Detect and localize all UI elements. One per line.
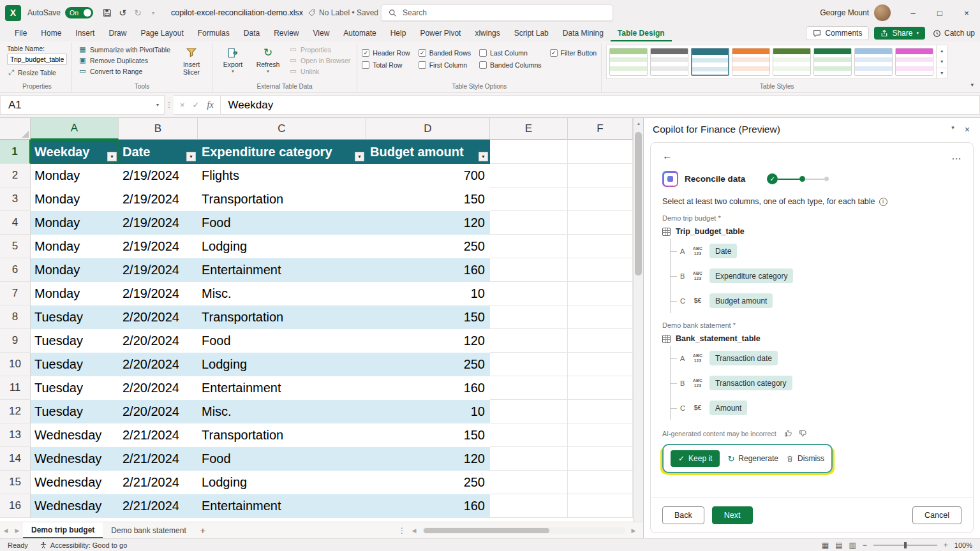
column-chip[interactable]: Amount [709, 400, 747, 415]
excel-logo-icon[interactable]: X [5, 5, 21, 21]
cell[interactable]: 160 [366, 258, 490, 282]
ribbon-tab-view[interactable]: View [306, 27, 337, 41]
formula-input[interactable]: Weekday [221, 95, 980, 115]
zoom-in-icon[interactable]: + [944, 541, 948, 550]
cell-empty[interactable] [568, 211, 633, 235]
export-button[interactable]: Export ▾ [217, 45, 249, 76]
info-icon[interactable]: i [879, 198, 887, 206]
filter-button[interactable]: ▼ [186, 152, 196, 161]
cell-empty[interactable] [568, 423, 633, 447]
dismiss-button[interactable]: Dismiss [786, 454, 824, 463]
cell[interactable]: 2/21/2024 [119, 447, 198, 471]
table-name-row[interactable]: Bank_statement_table [662, 334, 961, 343]
cell-empty[interactable] [568, 140, 633, 164]
cell-empty[interactable] [568, 471, 633, 494]
cell-empty[interactable] [568, 353, 633, 376]
hscroll-right-icon[interactable]: ▶ [628, 527, 639, 534]
ribbon-tab-draw[interactable]: Draw [101, 27, 133, 41]
table-header-cell[interactable]: Budget amount▼ [366, 140, 490, 164]
ribbon-tab-help[interactable]: Help [383, 27, 413, 41]
row-header-3[interactable]: 3 [0, 187, 31, 211]
table-style-swatch-2[interactable] [650, 48, 688, 76]
row-header-15[interactable]: 15 [0, 471, 31, 494]
checkbox-first-column[interactable]: First Column [419, 59, 471, 71]
table-name-input[interactable] [7, 54, 67, 65]
row-header-5[interactable]: 5 [0, 235, 31, 258]
horizontal-scrollbar[interactable]: ◀ ▶ [408, 522, 643, 538]
page-layout-view-icon[interactable]: ▤ [835, 541, 842, 550]
row-header-6[interactable]: 6 [0, 258, 31, 282]
cell[interactable]: 160 [366, 376, 490, 400]
sheet-tab-demo-trip-budget[interactable]: Demo trip budget [23, 522, 103, 538]
cell-empty[interactable] [490, 329, 568, 353]
cell-empty[interactable] [568, 282, 633, 305]
enter-icon[interactable]: ✓ [193, 100, 200, 110]
table-style-swatch-7[interactable] [854, 48, 893, 76]
save-icon[interactable] [100, 4, 115, 21]
row-header-7[interactable]: 7 [0, 282, 31, 305]
cell[interactable]: Tuesday [31, 376, 119, 400]
cell-empty[interactable] [490, 258, 568, 282]
convert-to-range-button[interactable]: ▭Convert to Range [77, 66, 172, 76]
remove-duplicates-button[interactable]: ▣Remove Duplicates [77, 55, 172, 65]
sheet-nav-right-icon[interactable]: ▶ [11, 522, 23, 538]
cell-empty[interactable] [568, 447, 633, 471]
checkbox-last-column[interactable]: Last Column [479, 47, 542, 59]
cell[interactable]: 10 [366, 400, 490, 423]
gallery-down-icon[interactable]: ▼ [937, 56, 947, 67]
cell[interactable]: Tuesday [31, 353, 119, 376]
horizontal-scroll-thumb[interactable] [424, 528, 549, 533]
row-header-8[interactable]: 8 [0, 305, 31, 329]
collapse-ribbon-icon[interactable]: ▾ [970, 82, 974, 88]
row-header-11[interactable]: 11 [0, 376, 31, 400]
table-header-cell[interactable]: Expenditure category▼ [198, 140, 366, 164]
qat-customize-icon[interactable]: ▾ [145, 4, 161, 21]
cell[interactable]: 2/19/2024 [119, 258, 198, 282]
cell[interactable]: 2/20/2024 [119, 353, 198, 376]
cell-empty[interactable] [568, 376, 633, 400]
gallery-more-icon[interactable]: ▼ [937, 68, 947, 78]
filter-button[interactable]: ▼ [355, 152, 364, 161]
cell[interactable]: 150 [366, 423, 490, 447]
refresh-button[interactable]: ↻ Refresh ▾ [252, 45, 284, 76]
cell-empty[interactable] [490, 423, 568, 447]
summarize-with-pivottable-button[interactable]: ▦Summarize with PivotTable [77, 45, 172, 54]
add-sheet-button[interactable]: + [195, 522, 211, 538]
ribbon-tab-file[interactable]: File [8, 27, 34, 41]
cell[interactable]: Lodging [198, 235, 366, 258]
cell-empty[interactable] [568, 258, 633, 282]
cell-empty[interactable] [490, 305, 568, 329]
cell[interactable]: 2/21/2024 [119, 494, 198, 518]
cell[interactable]: Entertainment [198, 258, 366, 282]
cell[interactable]: 120 [366, 447, 490, 471]
cell[interactable]: Transportation [198, 305, 366, 329]
cell[interactable]: 2/20/2024 [119, 400, 198, 423]
cell[interactable]: 2/21/2024 [119, 471, 198, 494]
cell[interactable]: 250 [366, 353, 490, 376]
cell[interactable]: 10 [366, 282, 490, 305]
cell[interactable]: Entertainment [198, 376, 366, 400]
cell[interactable]: Lodging [198, 471, 366, 494]
cell-empty[interactable] [490, 400, 568, 423]
cell[interactable]: 2/19/2024 [119, 164, 198, 187]
ribbon-tab-insert[interactable]: Insert [68, 27, 101, 41]
user-name[interactable]: George Mount [820, 8, 869, 17]
cell[interactable]: Tuesday [31, 329, 119, 353]
table-name-row[interactable]: Trip_budget_table [662, 227, 961, 236]
accessibility-status[interactable]: Accessibility: Good to go [40, 541, 127, 549]
cell[interactable]: 120 [366, 211, 490, 235]
cell-empty[interactable] [568, 329, 633, 353]
cell-empty[interactable] [490, 471, 568, 494]
filter-button[interactable]: ▼ [479, 152, 488, 161]
table-header-cell[interactable]: Weekday▼ [31, 140, 119, 164]
normal-view-icon[interactable]: ▦ [822, 541, 829, 550]
table-style-swatch-8[interactable] [895, 48, 933, 76]
row-header-4[interactable]: 4 [0, 211, 31, 235]
table-style-swatch-4[interactable] [732, 48, 770, 76]
ribbon-tab-automate[interactable]: Automate [336, 27, 383, 41]
sheet-tab-demo-bank-statement[interactable]: Demo bank statement [103, 522, 194, 538]
minimize-button[interactable]: – [900, 0, 926, 26]
cell[interactable]: Monday [31, 164, 119, 187]
cell[interactable]: Flights [198, 164, 366, 187]
catch-up-button[interactable]: Catch up [930, 27, 977, 40]
